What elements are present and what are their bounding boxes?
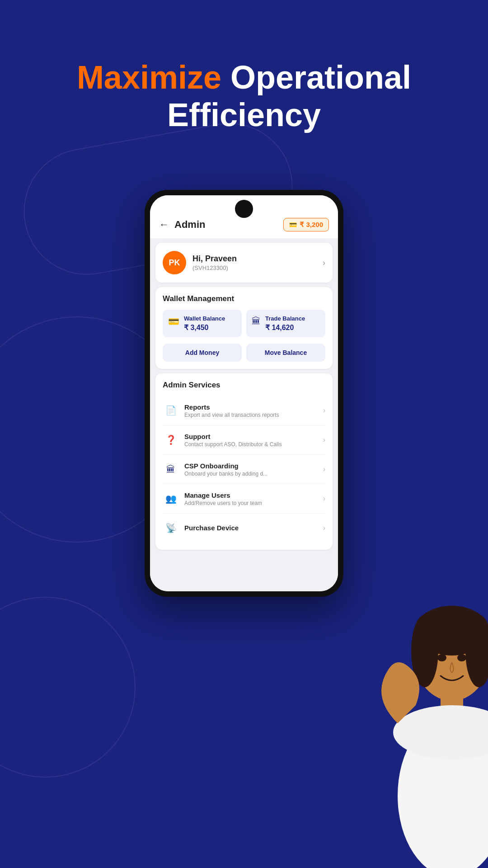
csp-name: CSP Onboarding <box>184 462 323 470</box>
support-text: Support Contact support ASO, Distributor… <box>184 433 323 448</box>
avatar: PK <box>163 251 186 274</box>
trade-balance-icon: 🏛 <box>252 316 261 326</box>
support-chevron: › <box>323 436 325 444</box>
user-greeting: Hi, Praveen <box>192 254 237 264</box>
purchase-device-text: Purchase Device <box>184 524 323 533</box>
trade-balance-info: Trade Balance ₹ 14,620 <box>265 315 305 332</box>
wallet-balance-amount: ₹ 3,450 <box>184 323 225 332</box>
manage-users-name: Manage Users <box>184 491 323 499</box>
phone-frame: ← Admin 💳 ₹ 3,200 PK Hi, Praveen (SVH1 <box>145 190 343 597</box>
phone-mockup: ← Admin 💳 ₹ 3,200 PK Hi, Praveen (SVH1 <box>145 190 343 597</box>
support-name: Support <box>184 433 323 440</box>
support-icon: ❓ <box>163 432 179 448</box>
service-reports[interactable]: 📄 Reports Export and view all transactio… <box>163 396 325 425</box>
header-title: Maximize Operational Efficiency <box>0 59 488 134</box>
balance-badge: 💳 ₹ 3,200 <box>283 218 329 231</box>
user-id: (SVH123300) <box>192 264 237 271</box>
back-button[interactable]: ← <box>159 219 169 231</box>
purchase-device-name: Purchase Device <box>184 524 323 532</box>
manage-users-chevron: › <box>323 495 325 503</box>
wallet-balance-label: Wallet Balance <box>184 315 225 322</box>
wallet-balance-card: 💳 Wallet Balance ₹ 3,450 <box>163 310 242 337</box>
wallet-grid: 💳 Wallet Balance ₹ 3,450 🏛 Trade Balance… <box>163 310 325 337</box>
top-bar-left: ← Admin <box>159 219 205 231</box>
purchase-device-icon: 📡 <box>163 520 179 536</box>
svg-point-7 <box>437 654 446 661</box>
reports-desc: Export and view all transactions reports <box>184 412 323 418</box>
csp-desc: Onboard your banks by adding d... <box>184 471 323 477</box>
csp-chevron: › <box>323 465 325 473</box>
manage-users-text: Manage Users Add/Remove users to your te… <box>184 491 323 506</box>
app-content[interactable]: ← Admin 💳 ₹ 3,200 PK Hi, Praveen (SVH1 <box>150 195 338 591</box>
reports-text: Reports Export and view all transactions… <box>184 403 323 418</box>
reports-chevron: › <box>323 406 325 415</box>
user-card[interactable]: PK Hi, Praveen (SVH123300) › <box>155 243 333 283</box>
phone-notch <box>235 200 253 218</box>
person-image <box>352 552 488 868</box>
move-balance-button[interactable]: Move Balance <box>246 344 325 362</box>
page-title: Admin <box>174 219 205 231</box>
reports-icon: 📄 <box>163 402 179 419</box>
admin-services-title: Admin Services <box>163 381 325 390</box>
wallet-buttons: Add Money Move Balance <box>163 344 325 362</box>
manage-users-icon: 👥 <box>163 491 179 507</box>
wallet-icon: 💳 <box>289 221 297 228</box>
csp-icon: 🏛 <box>163 461 179 477</box>
manage-users-desc: Add/Remove users to your team <box>184 500 323 506</box>
trade-balance-card: 🏛 Trade Balance ₹ 14,620 <box>246 310 325 337</box>
user-info: Hi, Praveen (SVH123300) <box>192 254 237 271</box>
header-orange-word: Maximize <box>77 59 221 95</box>
reports-name: Reports <box>184 403 323 411</box>
header-section: Maximize Operational Efficiency <box>0 0 488 134</box>
csp-text: CSP Onboarding Onboard your banks by add… <box>184 462 323 477</box>
wallet-section: Wallet Management 💳 Wallet Balance ₹ 3,4… <box>155 287 333 369</box>
purchase-device-chevron: › <box>323 524 325 532</box>
wallet-section-title: Wallet Management <box>163 294 325 303</box>
top-balance-amount: ₹ 3,200 <box>300 221 323 229</box>
user-card-left: PK Hi, Praveen (SVH123300) <box>163 251 237 274</box>
trade-balance-label: Trade Balance <box>265 315 305 322</box>
phone-screen: ← Admin 💳 ₹ 3,200 PK Hi, Praveen (SVH1 <box>150 195 338 591</box>
add-money-button[interactable]: Add Money <box>163 344 242 362</box>
svg-point-8 <box>457 654 466 661</box>
service-support[interactable]: ❓ Support Contact support ASO, Distribut… <box>163 425 325 455</box>
service-manage-users[interactable]: 👥 Manage Users Add/Remove users to your … <box>163 484 325 514</box>
service-purchase-device[interactable]: 📡 Purchase Device › <box>163 514 325 542</box>
support-desc: Contact support ASO, Distributor & Calls <box>184 441 323 448</box>
service-csp-onboarding[interactable]: 🏛 CSP Onboarding Onboard your banks by a… <box>163 455 325 484</box>
user-card-chevron: › <box>323 258 325 268</box>
trade-balance-amount: ₹ 14,620 <box>265 323 305 332</box>
wallet-balance-icon: 💳 <box>168 316 179 327</box>
admin-services-section: Admin Services 📄 Reports Export and view… <box>155 373 333 550</box>
wallet-balance-info: Wallet Balance ₹ 3,450 <box>184 315 225 332</box>
person-svg <box>361 561 488 868</box>
